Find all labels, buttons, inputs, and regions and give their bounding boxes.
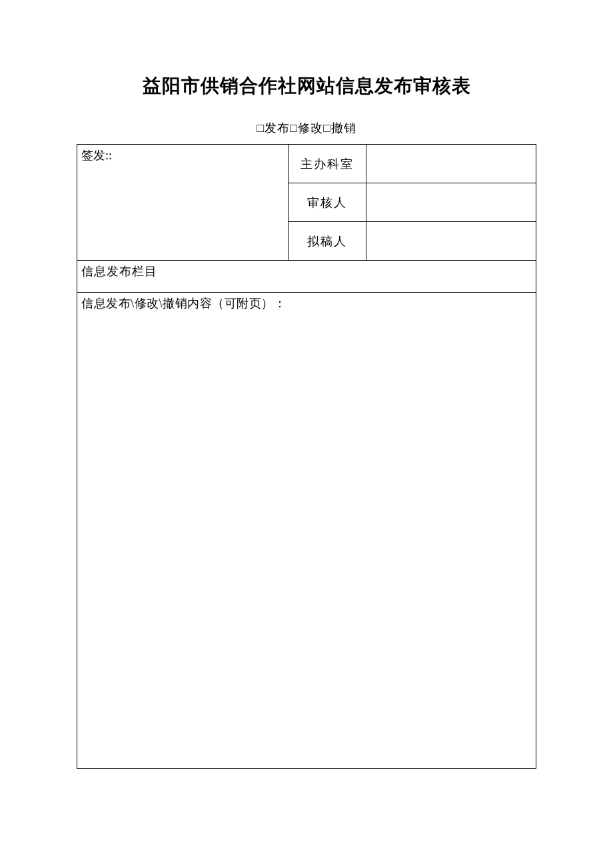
content-label: 信息发布\修改\撤销内容（可附页）：: [81, 297, 286, 310]
reviewer-value[interactable]: [366, 183, 536, 222]
drafter-value[interactable]: [366, 222, 536, 261]
issuer-cell[interactable]: 签发::: [77, 145, 289, 261]
issuer-label: 签发::: [81, 149, 112, 162]
publish-column-label: 信息发布栏目: [81, 265, 157, 278]
publish-column-cell[interactable]: 信息发布栏目: [77, 261, 536, 293]
action-checkboxes: □发布□修改□撤销: [77, 120, 536, 136]
department-value[interactable]: [366, 145, 536, 183]
reviewer-label: 审核人: [288, 183, 366, 222]
drafter-label: 拟稿人: [288, 222, 366, 261]
approval-form-table: 签发:: 主办科室 审核人 拟稿人 信息发布栏目 信息发布\修改\撤销内容（可附…: [77, 144, 536, 769]
content-cell[interactable]: 信息发布\修改\撤销内容（可附页）：: [77, 293, 536, 769]
department-label: 主办科室: [288, 145, 366, 183]
page-title: 益阳市供销合作社网站信息发布审核表: [77, 73, 536, 99]
